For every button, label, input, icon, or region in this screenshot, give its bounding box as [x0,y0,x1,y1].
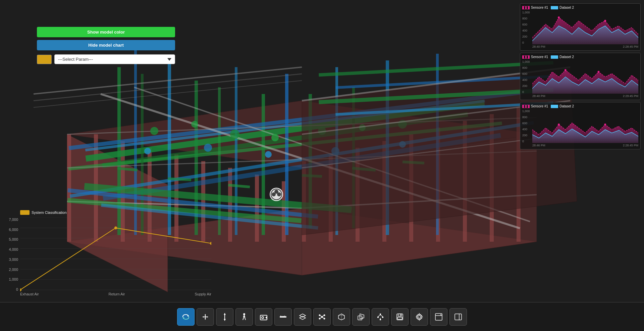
chart-inner: 7,000 6,000 5,000 4,000 3,000 2,000 1,00… [3,218,211,291]
sensor-3-legend-pink: Sensore #1 [522,104,548,108]
y-label-0: 0 [16,287,18,291]
tool-camera-button[interactable] [255,308,272,326]
tool-settings-button[interactable] [411,308,428,326]
svg-point-124 [262,317,264,319]
y-label-5000: 5,000 [9,237,18,241]
tool-cube-person-button[interactable] [352,308,370,326]
tool-panel-button[interactable] [449,308,467,326]
tool-hierarchy-button[interactable] [372,308,389,326]
y-label-7000: 7,000 [9,218,18,222]
svg-point-97 [114,226,117,229]
tool-rotate-button[interactable] [177,308,195,326]
tool-move-button[interactable] [216,308,233,326]
svg-marker-114 [224,313,226,315]
sensor-2-time-labels: 28:40 PM 2:29:45 PM [522,94,638,98]
sensor-1-label: Sensore #1 [531,6,548,9]
svg-rect-150 [380,319,381,320]
svg-line-119 [243,318,244,320]
svg-marker-123 [265,316,267,319]
sensor-1-time-labels: 28:40 PM 2:28:45 PM [522,45,638,48]
y-label-2000: 2,000 [9,268,18,272]
tool-pan-button[interactable] [197,308,214,326]
y-label-4000: 4,000 [9,247,18,251]
svg-rect-162 [455,314,462,320]
svg-line-120 [245,318,246,320]
sensor-3-y-labels: 1,000 800 600 400 200 0 [522,109,532,143]
svg-point-58 [204,144,212,152]
sensor-3-label: Sensore #1 [531,104,548,108]
x-label-supply: Supply Air [195,292,211,296]
chart-svg [20,218,211,291]
svg-line-139 [320,318,321,318]
sensor-1-blue-swatch [551,6,558,9]
y-label-6000: 6,000 [9,228,18,232]
sensor-3-time-end: 2:28:45 PM [623,144,638,147]
sensor-3-pink-swatch [522,105,530,108]
sensor-1-svg [522,11,638,44]
sensor-2-pink-swatch [522,55,530,59]
svg-point-109 [604,124,606,126]
legend-swatch [20,210,30,215]
sensor-2-header: Sensore #1 Dataset 2 [522,55,638,59]
svg-rect-156 [397,317,402,319]
chart-x-labels: Exhaust Air Return Air Supply Air [3,292,211,296]
sensor-1-dataset-label: Dataset 2 [559,6,574,9]
hide-model-chart-button[interactable]: Hide model chart [37,40,175,50]
sensor-3-time-labels: 28:46 PM 2:28:45 PM [522,144,638,147]
sensor-1-time-start: 28:40 PM [532,45,545,48]
svg-point-87 [274,190,278,194]
show-model-color-button[interactable]: Show model color [37,27,175,37]
tool-layers-button[interactable] [294,308,311,326]
navigation-cursor [268,186,284,202]
tool-walk-button[interactable] [235,308,253,326]
color-swatch[interactable] [37,55,52,64]
tool-network-button[interactable] [313,308,331,326]
sensor-1-pink-swatch [522,6,530,9]
svg-point-57 [144,148,151,154]
svg-rect-148 [377,317,379,318]
svg-rect-147 [380,314,381,315]
sensor-3-svg [522,109,638,143]
svg-marker-130 [300,314,306,317]
param-select-dropdown[interactable]: ---Select Param--- System Classification… [54,54,175,64]
chart-legend: System Classification [20,210,211,215]
sensor-2-legend-blue: Dataset 2 [551,55,574,59]
sensor-1-header: Sensore #1 Dataset 2 [522,6,638,9]
tool-save-button[interactable] [391,308,409,326]
sensor-2-legend-pink: Sensore #1 [522,55,548,59]
chart-svg-area [20,218,211,291]
sensor-1-y-labels: 1,000 800 600 400 200 0 [522,11,532,44]
chart-legend-label: System Classification [32,210,67,215]
sensor-3-body: 1,000 800 600 400 200 0 [522,109,638,143]
svg-rect-161 [440,314,441,315]
svg-marker-131 [300,316,306,320]
sensor-2-body: 1,000 800 600 400 200 0 [522,60,638,94]
sensor-1-time-end: 2:28:45 PM [623,45,638,48]
svg-point-158 [418,316,421,318]
x-label-return: Return Air [109,292,125,296]
y-label-3000: 3,000 [9,257,18,262]
chart-area: System Classification 7,000 6,000 5,000 … [3,210,211,297]
sensor-3-legend-blue: Dataset 2 [551,104,574,108]
tool-expand-button[interactable] [430,308,447,326]
svg-marker-115 [224,319,226,321]
sensor-2-dataset-label: Dataset 2 [559,55,574,59]
svg-point-116 [243,313,245,315]
svg-line-151 [378,315,380,317]
tool-box-button[interactable] [333,308,350,326]
sensor-3-time-start: 28:46 PM [532,144,545,147]
svg-point-105 [598,71,600,73]
sensor-2-label: Sensore #1 [531,55,548,59]
svg-point-53 [271,134,279,141]
sensor-2-time-end: 2:29:45 PM [623,94,638,98]
y-label-1000: 1,000 [9,277,18,281]
sensor-2-svg [522,60,638,94]
sensor-chart-3: Sensore #1 Dataset 2 1,000 800 600 400 2… [520,102,641,149]
svg-point-132 [321,316,323,318]
svg-point-104 [565,69,567,71]
sensor-1-legend-pink: Sensore #1 [522,6,548,9]
svg-point-52 [230,130,239,139]
svg-point-59 [265,151,272,158]
y-axis: 7,000 6,000 5,000 4,000 3,000 2,000 1,00… [3,218,20,291]
tool-measure-button[interactable] [274,308,292,326]
